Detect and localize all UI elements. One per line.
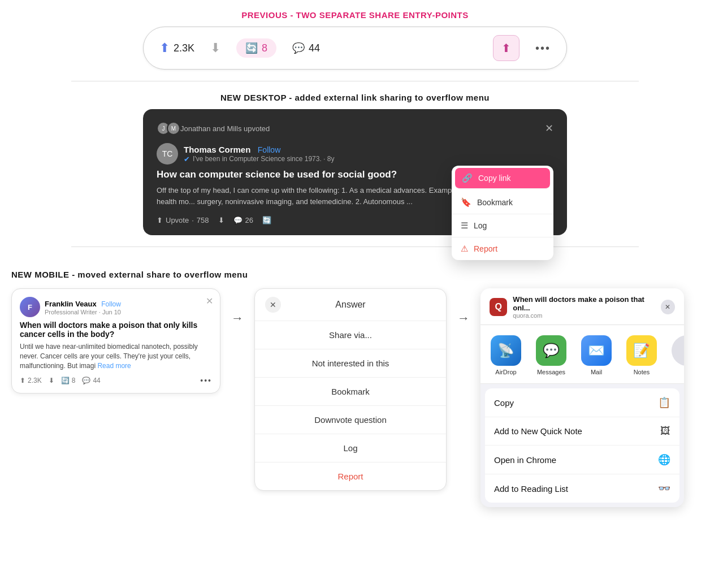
- previous-section: PREVIOUS - TWO SEPARATE SHARE ENTRY-POIN…: [0, 0, 710, 70]
- card-upvote[interactable]: ⬆ Upvote · 758: [157, 216, 209, 224]
- arrow-2: →: [447, 288, 480, 326]
- mail-icon: ✉️: [581, 335, 612, 366]
- iss-app-notes[interactable]: 📝 Notes: [622, 335, 661, 375]
- mc-comment[interactable]: 💬 44: [82, 377, 100, 384]
- repost-count: 8: [262, 42, 267, 54]
- quick-note-icon: 🖼: [660, 425, 670, 437]
- ctx-copy-link[interactable]: 🔗 Copy link: [455, 168, 550, 189]
- log-icon: ☰: [461, 220, 468, 231]
- iss-quick-note[interactable]: Add to New Quick Note 🖼: [485, 417, 679, 446]
- comment-item[interactable]: 💬 44: [292, 42, 320, 54]
- mc-comment-count: 44: [93, 377, 100, 384]
- om-bookmark[interactable]: Bookmark: [255, 378, 446, 406]
- iss-app-airdrop[interactable]: 📡 AirDrop: [486, 335, 526, 375]
- new-desktop-section: NEW DESKTOP - added external link sharin…: [0, 93, 710, 235]
- previous-action-bar: ⬆ 2.3K ⬇ 🔄 8 💬 44 ⬆ •••: [143, 27, 567, 70]
- card-upvoters: J M Jonathan and Mills upvoted: [157, 122, 270, 135]
- iss-chrome-label: Open in Chrome: [494, 455, 556, 465]
- divider-1: [71, 81, 639, 81]
- card-comment[interactable]: 💬 26: [233, 216, 253, 224]
- mc-upvote-count: 2.3K: [28, 377, 42, 384]
- ctx-log[interactable]: ☰ Log: [452, 214, 553, 237]
- mail-label: Mail: [591, 369, 602, 375]
- om-header: ✕ Answer: [255, 289, 446, 321]
- mc-author-follow[interactable]: Follow: [101, 300, 121, 308]
- ctx-bookmark[interactable]: 🔖 Bookmark: [452, 191, 553, 214]
- om-close-button[interactable]: ✕: [265, 297, 281, 313]
- card-upvote-count: ·: [192, 216, 194, 224]
- mc-author-row: F Franklin Veaux Follow Professional Wri…: [20, 297, 212, 317]
- messages-icon: 💬: [536, 335, 566, 366]
- iss-app-more[interactable]: ›: [667, 335, 684, 375]
- ctx-log-label: Log: [474, 221, 487, 230]
- copy-icon: 📋: [658, 396, 670, 409]
- iss-reading-list[interactable]: Add to Reading List 👓: [485, 474, 679, 503]
- mc-body: Until we have near-unlimited biomedical …: [20, 342, 212, 370]
- mc-author-name-row: Franklin Veaux Follow: [45, 299, 121, 309]
- iss-quick-note-label: Add to New Quick Note: [494, 426, 582, 436]
- om-not-interested[interactable]: Not interested in this: [255, 349, 446, 378]
- om-downvote-question[interactable]: Downvote question: [255, 406, 446, 434]
- om-report[interactable]: Report: [255, 462, 446, 490]
- card-comment-count: 26: [245, 216, 253, 224]
- iss-chrome[interactable]: Open in Chrome 🌐: [485, 446, 679, 474]
- ctx-report-label: Report: [474, 244, 497, 253]
- mc-author-name: Franklin Veaux: [45, 300, 97, 308]
- notes-icon: 📝: [626, 335, 657, 366]
- repost-icon: 🔄: [245, 42, 258, 54]
- author-name: Thomas Cormen: [184, 145, 250, 154]
- previous-label: PREVIOUS - TWO SEPARATE SHARE ENTRY-POIN…: [68, 10, 642, 20]
- card-close-button[interactable]: ✕: [545, 122, 553, 135]
- downvote-icon: ⬇: [210, 41, 220, 55]
- author-name-row: Thomas Cormen Follow: [184, 145, 334, 155]
- share-button[interactable]: ⬆: [493, 35, 519, 61]
- iss-header: Q When will doctors make a poison that o…: [480, 288, 684, 325]
- overflow-menu: ✕ Answer Share via... Not interested in …: [254, 288, 447, 491]
- mc-repost-icon: 🔄: [61, 377, 70, 384]
- comment-icon: 💬: [292, 42, 305, 54]
- card-share[interactable]: 🔄: [262, 216, 271, 224]
- card-author-row: TC Thomas Cormen Follow ✔ I've been in C…: [157, 143, 553, 165]
- mc-author-meta: Professional Writer · Jun 10: [45, 309, 121, 315]
- more-apps-icon: ›: [672, 335, 684, 366]
- chrome-icon: 🌐: [658, 453, 670, 466]
- iss-app-mail[interactable]: ✉️ Mail: [577, 335, 616, 375]
- card-comment-icon: 💬: [233, 216, 243, 224]
- ctx-copy-link-label: Copy link: [478, 174, 511, 183]
- mc-upvote[interactable]: ⬆ 2.3K: [20, 377, 42, 384]
- reading-list-icon: 👓: [658, 482, 670, 495]
- mc-repost[interactable]: 🔄 8: [61, 377, 76, 384]
- mc-comment-icon: 💬: [82, 377, 90, 384]
- om-log[interactable]: Log: [255, 434, 446, 462]
- avatar-pair: J M: [157, 122, 177, 135]
- iss-close-button[interactable]: ✕: [661, 300, 676, 314]
- card-downvote-icon: ⬇: [218, 216, 224, 224]
- mc-downvote[interactable]: ⬇: [49, 377, 54, 384]
- new-desktop-label: NEW DESKTOP - added external link sharin…: [68, 93, 642, 102]
- mobile-card-close[interactable]: ✕: [206, 296, 213, 306]
- iss-header-left: Q When will doctors make a poison that o…: [490, 295, 661, 319]
- mc-author-info: Franklin Veaux Follow Professional Write…: [45, 299, 121, 315]
- iss-page-title: When will doctors make a poison that onl…: [513, 295, 660, 312]
- context-menu: 🔗 Copy link 🔖 Bookmark ☰ Log ⚠ Report: [452, 166, 553, 260]
- iss-copy[interactable]: Copy 📋: [485, 388, 679, 417]
- quora-icon: Q: [490, 298, 507, 316]
- upvote-item[interactable]: ⬆ 2.3K: [159, 41, 194, 55]
- repost-item[interactable]: 🔄 8: [236, 38, 276, 58]
- mc-more-button[interactable]: •••: [200, 376, 212, 385]
- iss-copy-label: Copy: [494, 398, 514, 408]
- downvote-item[interactable]: ⬇: [210, 41, 220, 55]
- card-downvote[interactable]: ⬇: [218, 216, 224, 224]
- mc-read-more[interactable]: Read more: [97, 362, 131, 370]
- more-button[interactable]: •••: [535, 42, 551, 55]
- om-share-via[interactable]: Share via...: [255, 321, 446, 349]
- card-upvote-label: Upvote: [166, 216, 189, 224]
- iss-app-messages[interactable]: 💬 Messages: [531, 335, 571, 375]
- iss-link-info: When will doctors make a poison that onl…: [513, 295, 660, 319]
- card-share-icon: 🔄: [262, 216, 271, 224]
- ios-share-sheet: Q When will doctors make a poison that o…: [480, 288, 684, 507]
- notes-label: Notes: [634, 369, 650, 375]
- ctx-report[interactable]: ⚠ Report: [452, 237, 553, 260]
- mc-avatar: F: [20, 297, 40, 317]
- author-follow-link[interactable]: Follow: [258, 145, 280, 154]
